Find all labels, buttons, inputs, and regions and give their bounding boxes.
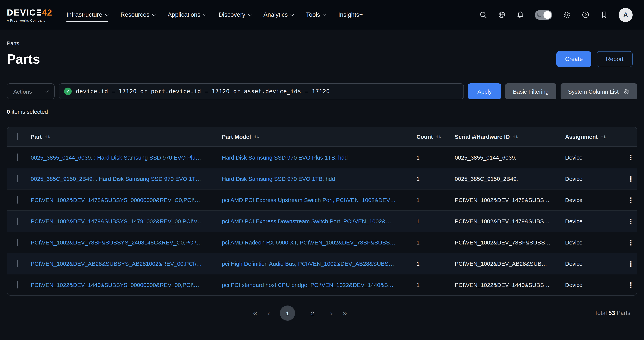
last-page-icon[interactable]: » (343, 309, 347, 317)
chevron-down-icon (45, 89, 49, 93)
nav-item-analytics[interactable]: Analytics (264, 9, 293, 20)
row-menu-kebab-icon[interactable]: ⋮ (624, 153, 637, 161)
nav-item-applications[interactable]: Applications (168, 9, 206, 20)
report-button[interactable]: Report (597, 51, 632, 67)
part-model-link[interactable]: pci AMD PCI Express Downstream Switch Po… (222, 218, 416, 224)
row-menu-kebab-icon[interactable]: ⋮ (624, 260, 637, 268)
theme-toggle[interactable] (535, 10, 552, 19)
nav-item-label: Tools (306, 11, 320, 18)
nav-item-infrastructure[interactable]: Infrastructure (66, 9, 108, 20)
app-root: DEVIC 42 A Freshworks Company Infrastruc… (0, 0, 644, 340)
row-checkbox[interactable] (17, 153, 18, 161)
nav-item-label: Resources (120, 11, 150, 18)
total-count: 53 (608, 310, 615, 316)
column-header-count[interactable]: Count ↑↓ (416, 133, 455, 140)
chevron-down-icon (248, 12, 252, 16)
basic-filtering-button[interactable]: Basic Filtering (506, 83, 556, 99)
column-header-serial[interactable]: Serial #/Hardware ID ↑↓ (455, 133, 565, 140)
nav-item-tools[interactable]: Tools (306, 9, 326, 20)
settings-gear-icon[interactable] (562, 10, 571, 19)
row-checkbox[interactable] (17, 260, 18, 267)
part-model-link[interactable]: pci High Definition Audio Bus, PCI\VEN_1… (222, 260, 416, 267)
logo-wordmark: DEVIC 42 (7, 7, 52, 18)
part-model-link[interactable]: Hard Disk Samsung SSD 970 EVO Plus 1TB, … (222, 154, 416, 161)
row-checkbox[interactable] (17, 175, 18, 182)
search-icon[interactable] (479, 10, 487, 19)
part-link[interactable]: 0025_385C_9150_2B49. : Hard Disk Samsung… (31, 176, 222, 182)
system-column-list-button[interactable]: System Column List (560, 83, 637, 99)
chevron-down-icon (290, 12, 294, 16)
prev-page-icon[interactable]: ‹ (267, 309, 270, 317)
part-link[interactable]: PCI\VEN_1002&DEV_1478&SUBSYS_00000000&RE… (31, 197, 222, 203)
next-page-icon[interactable]: › (330, 309, 333, 317)
breadcrumb[interactable]: Parts (7, 40, 19, 46)
count-value: 1 (416, 176, 455, 182)
toggle-knob (544, 11, 552, 19)
row-checkbox[interactable] (17, 239, 18, 246)
parts-table: Part ↑↓ Part Model ↑↓ Count ↑↓ Serial #/… (7, 127, 637, 296)
notifications-bell-icon[interactable] (516, 10, 524, 19)
table-row: PCI\VEN_1002&DEV_AB28&SUBSYS_AB281002&RE… (7, 253, 637, 274)
row-menu-kebab-icon[interactable]: ⋮ (624, 238, 637, 247)
apply-button[interactable]: Apply (468, 83, 501, 99)
help-icon[interactable]: ? (582, 10, 590, 19)
row-menu-kebab-icon[interactable]: ⋮ (624, 281, 637, 289)
first-page-icon[interactable]: « (253, 309, 257, 317)
nav-item-resources[interactable]: Resources (120, 9, 155, 20)
table-row: PCI\VEN_1022&DEV_1440&SUBSYS_00000000&RE… (7, 274, 637, 295)
selected-label: items selected (10, 108, 48, 115)
sort-icon: ↑↓ (436, 134, 441, 139)
total-parts-label: Total 53 Parts (594, 310, 630, 317)
nav-item-discovery[interactable]: Discovery (219, 9, 251, 20)
row-checkbox[interactable] (17, 196, 18, 203)
assignment-value: Device (565, 197, 624, 203)
column-header-part-model[interactable]: Part Model ↑↓ (222, 133, 416, 140)
nav-item-label: Analytics (264, 11, 288, 18)
nav-item-insights[interactable]: Insights+ (338, 9, 363, 20)
part-model-link[interactable]: Hard Disk Samsung SSD 970 EVO 1TB, hdd (222, 176, 416, 182)
sort-icon: ↑↓ (512, 134, 518, 139)
bookmark-icon[interactable] (600, 10, 608, 19)
sort-icon: ↑↓ (44, 134, 50, 139)
part-model-link[interactable]: pci PCI standard host CPU bridge, PCI\VE… (222, 282, 416, 288)
query-filter-input[interactable]: ✓ device.id = 17120 or port.device.id = … (59, 83, 464, 99)
table-row: PCI\VEN_1002&DEV_1478&SUBSYS_00000000&RE… (7, 189, 637, 210)
logo-tagline: A Freshworks Company (7, 18, 52, 22)
part-model-link[interactable]: pci AMD PCI Express Upstream Switch Port… (222, 197, 416, 203)
page-2-button[interactable]: 2 (305, 306, 320, 321)
row-menu-kebab-icon[interactable]: ⋮ (624, 196, 637, 204)
logo-e-bars (37, 10, 41, 15)
part-link[interactable]: PCI\VEN_1002&DEV_AB28&SUBSYS_AB281002&RE… (31, 260, 222, 267)
system-column-list-label: System Column List (568, 88, 618, 95)
title-row: Parts Create Report (7, 49, 637, 69)
chevron-down-icon (203, 12, 207, 16)
total-suffix: Parts (615, 310, 630, 316)
table-row: PCI\VEN_1002&DEV_73BF&SUBSYS_2408148C&RE… (7, 232, 637, 253)
page-1-button[interactable]: 1 (280, 306, 295, 321)
row-checkbox[interactable] (17, 217, 18, 225)
column-header-assignment[interactable]: Assignment ↑↓ (565, 133, 624, 140)
globe-icon[interactable] (498, 10, 506, 19)
column-label: Part Model (222, 133, 251, 140)
serial-value: PCI\VEN_1002&DEV_73BF&SUBS… (455, 239, 565, 246)
valid-query-check-icon: ✓ (64, 87, 72, 95)
part-link[interactable]: 0025_3855_0144_6039. : Hard Disk Samsung… (31, 154, 222, 161)
create-button[interactable]: Create (556, 51, 592, 67)
actions-dropdown[interactable]: Actions (7, 83, 54, 99)
part-link[interactable]: PCI\VEN_1002&DEV_73BF&SUBSYS_2408148C&RE… (31, 239, 222, 246)
table-row: PCI\VEN_1002&DEV_1479&SUBSYS_14791002&RE… (7, 210, 637, 232)
select-all-checkbox[interactable] (17, 133, 18, 140)
serial-value: PCI\VEN_1002&DEV_AB28&SUB… (455, 260, 565, 267)
part-link[interactable]: PCI\VEN_1002&DEV_1479&SUBSYS_14791002&RE… (31, 218, 222, 224)
part-link[interactable]: PCI\VEN_1022&DEV_1440&SUBSYS_00000000&RE… (31, 282, 222, 288)
row-menu-kebab-icon[interactable]: ⋮ (624, 217, 637, 225)
user-avatar[interactable]: A (618, 8, 632, 22)
title-actions: Create Report (556, 51, 632, 67)
row-menu-kebab-icon[interactable]: ⋮ (624, 175, 637, 183)
selection-status: 0 items selected (7, 108, 637, 116)
row-checkbox[interactable] (17, 281, 18, 288)
count-value: 1 (416, 218, 455, 224)
column-header-part[interactable]: Part ↑↓ (31, 133, 222, 140)
device42-logo[interactable]: DEVIC 42 A Freshworks Company (7, 7, 52, 22)
part-model-link[interactable]: pci AMD Radeon RX 6900 XT, PCI\VEN_1002&… (222, 239, 416, 246)
